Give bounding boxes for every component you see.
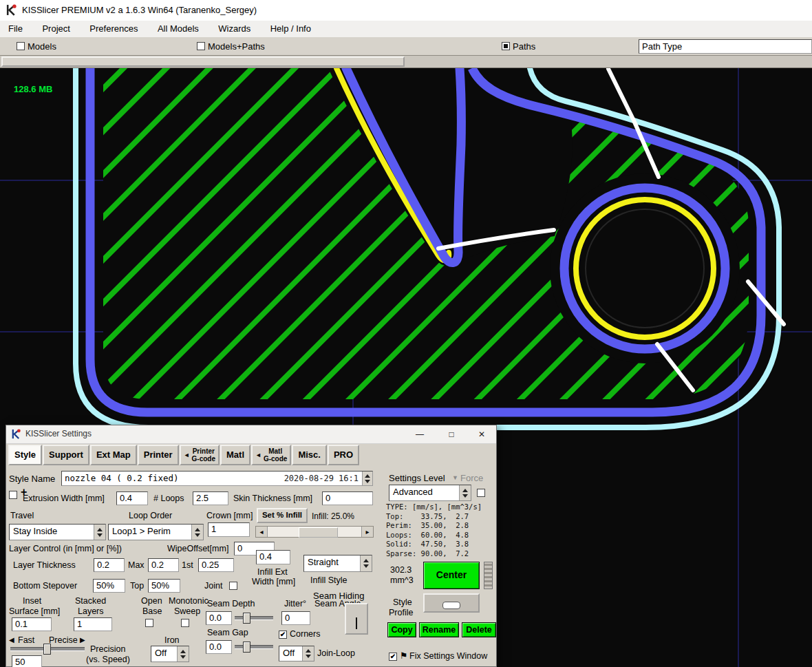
style-pin-checkbox[interactable] xyxy=(9,491,17,499)
infill-ext-label-2: Width [mm] xyxy=(252,577,295,586)
menu-all-models[interactable]: All Models xyxy=(149,21,207,36)
minimize-button[interactable]: — xyxy=(409,427,430,441)
travel-select[interactable]: Stay Inside xyxy=(9,524,106,540)
layer-thickness-label: Layer Thickness xyxy=(13,560,76,570)
tab-printer-gcode[interactable]: ◄ PrinterG-code xyxy=(180,445,220,465)
memory-readout: 128.6 MB xyxy=(14,84,52,94)
paths-radio[interactable] xyxy=(502,42,510,50)
models-paths-radio[interactable] xyxy=(197,42,205,50)
bed-position-widget[interactable] xyxy=(423,593,480,613)
tab-printer[interactable]: Printer xyxy=(138,445,179,465)
center-button[interactable]: Center xyxy=(423,562,480,589)
menu-preferences[interactable]: Preferences xyxy=(81,21,146,36)
settings-titlebar[interactable]: KISSlicer Settings — □ ✕ xyxy=(6,425,496,444)
infill-scrollbar-thumb[interactable] xyxy=(299,527,338,538)
menu-project[interactable]: Project xyxy=(34,21,78,36)
layer-first-input[interactable]: 0.25 xyxy=(198,558,234,572)
spinner-down-icon xyxy=(365,480,370,483)
fix-settings-label: Fix Settings Window xyxy=(409,651,487,661)
scroll-left-icon[interactable]: ◂ xyxy=(256,527,268,537)
jitter-input[interactable]: 0 xyxy=(281,611,310,625)
settings-level-select[interactable]: Advanced xyxy=(389,485,471,501)
speed-line: Sparse: 90.00, 7.2 xyxy=(386,549,496,559)
open-base-checkbox[interactable] xyxy=(145,619,153,627)
speed-line: Loops: 60.00, 4.8 xyxy=(386,531,496,540)
menu-wizards[interactable]: Wizards xyxy=(210,21,259,36)
settings-level-spinner[interactable] xyxy=(459,485,471,500)
iron-select[interactable]: Off xyxy=(151,646,189,662)
delete-button[interactable]: Delete xyxy=(462,622,496,637)
top-stepover-input[interactable]: 50% xyxy=(148,579,180,593)
tab-misc[interactable]: Misc. xyxy=(292,445,327,465)
infill-style-select[interactable]: Straight xyxy=(303,555,372,572)
speed-line: Solid: 47.50, 3.8 xyxy=(386,540,496,549)
rename-button[interactable]: Rename xyxy=(419,622,459,637)
seam-depth-slider-thumb[interactable] xyxy=(243,613,250,624)
corners-checkbox[interactable]: ✔ xyxy=(279,631,287,639)
iron-spinner[interactable] xyxy=(177,646,189,661)
precision-input[interactable]: 50 xyxy=(12,655,42,667)
precision-slider-thumb[interactable] xyxy=(43,644,51,655)
skin-thickness-input[interactable]: 0 xyxy=(322,491,373,505)
stacked-layers-input[interactable]: 1 xyxy=(74,617,112,631)
menu-help[interactable]: Help / Info xyxy=(262,21,319,36)
seam-gap-input[interactable]: 0.0 xyxy=(206,640,232,654)
tab-pro[interactable]: PRO xyxy=(328,445,359,465)
layer-max-input[interactable]: 0.2 xyxy=(148,558,179,572)
seam-angle-dial[interactable] xyxy=(345,603,368,635)
crown-input[interactable]: 1 xyxy=(208,522,250,537)
seam-depth-slider[interactable] xyxy=(235,616,273,620)
monotonic-sweep-label-2: Sweep xyxy=(174,606,200,616)
volume-units: mm^3 xyxy=(390,575,414,585)
travel-select-spinner[interactable] xyxy=(94,525,105,540)
jitter-label: Jitter° xyxy=(284,599,306,608)
force-label: Force xyxy=(460,473,483,483)
style-name-input[interactable]: nozzle 04 ( 0.2 fixed) 2020-08-29 16:1 xyxy=(61,471,373,486)
infill-style-spinner[interactable] xyxy=(360,555,372,571)
tab-matl[interactable]: Matl xyxy=(220,445,250,465)
inset-surface-input[interactable]: 0.1 xyxy=(12,617,52,631)
extrusion-width-input[interactable]: 0.4 xyxy=(116,491,148,505)
seam-gap-slider-thumb[interactable] xyxy=(243,642,250,653)
bottom-stepover-input[interactable]: 50% xyxy=(93,579,125,593)
style-name-value: nozzle 04 ( 0.2 fixed) xyxy=(65,473,179,483)
app-titlebar: KISSlicer PREMIUM v2 a 1.6.3 Win64 (Tara… xyxy=(0,0,812,21)
center-scrollbar[interactable] xyxy=(484,562,493,589)
seam-depth-label: Seam Depth xyxy=(207,599,255,608)
layer-first-label: 1st xyxy=(182,560,193,570)
tab-matl-gcode[interactable]: ◄ MatlG-code xyxy=(251,445,291,465)
tab-style[interactable]: Style xyxy=(8,445,42,465)
joint-checkbox[interactable] xyxy=(229,582,237,590)
monotonic-sweep-checkbox[interactable] xyxy=(181,619,189,627)
num-loops-input[interactable]: 2.5 xyxy=(193,491,228,505)
layer-thickness-input[interactable]: 0.2 xyxy=(94,558,125,572)
layer-scrollbar[interactable] xyxy=(0,55,812,68)
close-button[interactable]: ✕ xyxy=(471,427,492,441)
infill-ext-width-input[interactable]: 0.4 xyxy=(256,550,290,564)
join-loop-label: Join-Loop xyxy=(317,648,355,658)
style-name-label: Style Name xyxy=(9,474,55,484)
loop-order-select[interactable]: Loop1 > Perim xyxy=(108,524,204,540)
seam-depth-input[interactable]: 0.0 xyxy=(206,611,232,625)
volume-value: 302.3 xyxy=(390,565,412,575)
join-loop-select[interactable]: Off xyxy=(279,646,314,661)
path-type-select[interactable]: Path Type xyxy=(639,39,812,54)
precision-label-1: Precision xyxy=(90,644,125,654)
loop-order-select-spinner[interactable] xyxy=(191,525,203,540)
seam-gap-slider[interactable] xyxy=(235,645,273,649)
style-name-spinner[interactable] xyxy=(362,472,372,485)
layer-scrollbar-thumb[interactable] xyxy=(1,56,405,67)
force-checkbox[interactable] xyxy=(477,489,485,497)
scroll-right-icon[interactable]: ▸ xyxy=(361,527,373,537)
top-stepover-label: Top xyxy=(130,581,144,591)
tab-ext-map[interactable]: Ext Map xyxy=(90,445,137,465)
menu-file[interactable]: File xyxy=(0,21,31,36)
maximize-button[interactable]: □ xyxy=(441,427,462,441)
fix-settings-checkbox[interactable]: ✔ xyxy=(389,653,397,661)
infill-scrollbar[interactable]: ◂ ▸ xyxy=(255,526,374,538)
tab-support[interactable]: Support xyxy=(43,445,89,465)
models-radio[interactable] xyxy=(17,42,25,50)
join-loop-spinner[interactable] xyxy=(302,646,314,661)
set-infill-button[interactable]: Set % Infill xyxy=(257,508,308,523)
copy-button[interactable]: Copy xyxy=(387,622,416,637)
